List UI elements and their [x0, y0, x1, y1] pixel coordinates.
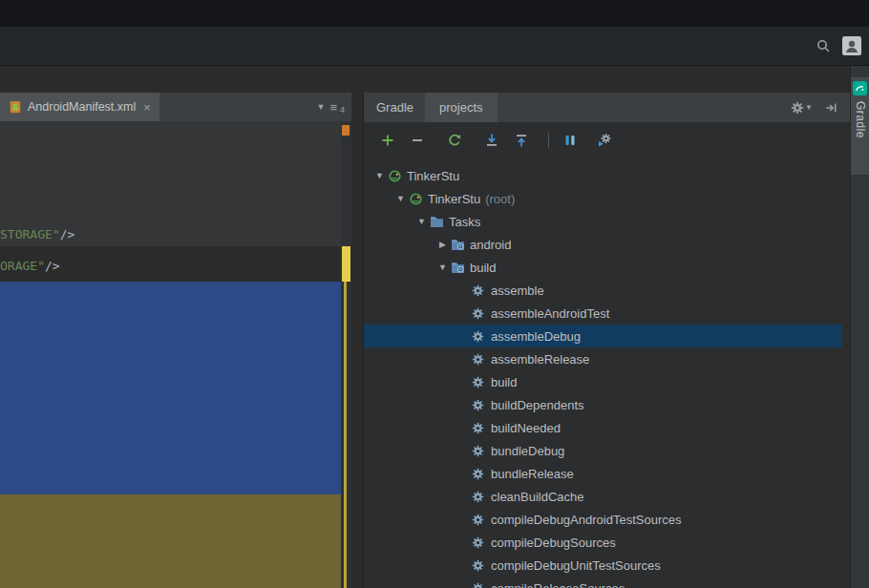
tree-row-bundleDebug[interactable]: bundleDebug	[364, 439, 842, 462]
tree-row-TinkerStu[interactable]: ▼TinkerStu	[364, 164, 842, 187]
expand-all-icon[interactable]	[483, 132, 500, 149]
node-label: bundleRelease	[491, 467, 574, 481]
tree-row-cleanBuildCache[interactable]: cleanBuildCache	[364, 485, 842, 508]
tab-androidmanifest[interactable]: AndroidManifest.xml ×	[0, 93, 159, 121]
expander-open-icon[interactable]: ▼	[413, 217, 430, 226]
node-label: assembleRelease	[491, 352, 589, 367]
hidden-tabs-count: 4	[340, 105, 345, 115]
gear-icon	[472, 399, 490, 411]
expander-closed-icon[interactable]: ▶	[434, 240, 451, 249]
node-label: build	[491, 375, 517, 389]
editor-panel-splitter[interactable]	[351, 93, 363, 588]
tree-row-Tasks[interactable]: ▼Tasks	[364, 210, 842, 233]
tree-row-assembleAndroidTest[interactable]: assembleAndroidTest	[364, 302, 842, 325]
main-toolbar	[0, 27, 869, 66]
editor-olive-block	[0, 494, 341, 588]
stripe-warning-mark[interactable]	[342, 125, 350, 136]
toggle-offline-mode-icon[interactable]	[562, 132, 579, 149]
tree-row-assembleDebug[interactable]: assembleDebug	[364, 325, 842, 347]
execute-gradle-task-icon[interactable]	[595, 132, 612, 149]
taskfolder-icon	[451, 239, 469, 251]
remove-icon[interactable]	[409, 132, 426, 149]
node-label: compileDebugUnitTestSources	[491, 558, 661, 573]
code-line: STORAGE"/>	[0, 227, 74, 242]
node-label: assemble	[491, 284, 544, 298]
window-titlebar	[0, 0, 869, 27]
gradle-stripe-label: Gradle	[854, 101, 867, 138]
node-label: assembleAndroidTest	[491, 306, 609, 321]
gradle-tool-window: Gradle projects ▼	[363, 93, 850, 588]
gear-icon	[472, 445, 490, 457]
gear-icon	[472, 559, 490, 572]
gradle-header: Gradle projects ▼	[364, 93, 850, 122]
tree-row-build[interactable]: build	[364, 370, 842, 393]
node-suffix: (root)	[485, 192, 515, 206]
gear-icon	[472, 307, 490, 320]
node-label: build	[470, 261, 496, 275]
tree-row-buildDependents[interactable]: buildDependents	[364, 393, 842, 416]
gradle-toolbar	[364, 122, 850, 158]
chevron-down-icon: ▼	[805, 103, 813, 112]
gradle-stripe-button[interactable]: Gradle	[851, 77, 869, 175]
gear-icon	[472, 491, 490, 503]
tree-row-compileReleaseSources[interactable]: compileReleaseSources	[364, 577, 842, 588]
tree-row-bundleRelease[interactable]: bundleRelease	[364, 462, 842, 485]
gear-icon	[472, 536, 490, 549]
tab-dropdown-icon[interactable]: ▼	[316, 102, 325, 112]
tree-row-android[interactable]: ▶android	[364, 233, 842, 256]
collapse-all-icon[interactable]	[513, 132, 530, 149]
gradle-icon	[409, 192, 427, 206]
gear-icon	[472, 422, 490, 434]
gear-icon	[472, 284, 490, 297]
node-label: android	[470, 238, 511, 252]
tree-row-build[interactable]: ▼build	[364, 256, 842, 279]
node-label: assembleDebug	[491, 329, 581, 344]
settings-gear-icon[interactable]: ▼	[791, 101, 813, 115]
expander-open-icon[interactable]: ▼	[371, 171, 388, 180]
node-label: buildDependents	[491, 398, 584, 412]
tree-row-buildNeeded[interactable]: buildNeeded	[364, 416, 842, 439]
expander-open-icon[interactable]: ▼	[392, 194, 409, 203]
gear-icon	[472, 376, 490, 388]
android-manifest-icon	[9, 100, 22, 114]
gear-icon	[472, 514, 490, 526]
editor-selection-block	[0, 282, 341, 494]
stripe-yellow-line	[344, 282, 347, 588]
tree-row-assembleRelease[interactable]: assembleRelease	[364, 347, 842, 370]
tab-list-icon[interactable]: ≡	[329, 100, 337, 115]
node-label: TinkerStu	[428, 192, 480, 206]
navigation-strip	[0, 66, 850, 93]
tree-row-compileDebugSources[interactable]: compileDebugSources	[364, 531, 842, 554]
gear-icon	[472, 468, 490, 480]
gear-icon	[472, 582, 490, 588]
add-icon[interactable]	[379, 132, 396, 149]
refresh-gradle-icon[interactable]	[446, 132, 463, 149]
editor-error-stripe[interactable]	[341, 121, 351, 588]
tab-projects[interactable]: projects	[425, 93, 498, 122]
hide-tool-window-icon[interactable]	[824, 101, 837, 115]
tree-row-compileDebugUnitTestSources[interactable]: compileDebugUnitTestSources	[364, 554, 842, 577]
gradle-icon	[388, 169, 406, 183]
tree-row-assemble[interactable]: assemble	[364, 279, 842, 302]
taskfolder-icon	[451, 262, 469, 274]
tree-row-TinkerStu[interactable]: ▼TinkerStu(root)	[364, 187, 842, 210]
tab-title: AndroidManifest.xml	[28, 100, 136, 114]
gradle-tool-window-icon	[853, 81, 867, 95]
close-icon[interactable]: ×	[143, 101, 151, 114]
ide-window: AndroidManifest.xml × ▼ ≡ 4 STORAGE"/> O…	[0, 0, 869, 588]
right-tool-stripe: Gradle	[850, 66, 869, 588]
node-label: buildNeeded	[491, 421, 561, 435]
node-label: compileDebugAndroidTestSources	[491, 513, 681, 527]
folder-icon	[430, 216, 448, 228]
tree-row-compileDebugAndroidTestSources[interactable]: compileDebugAndroidTestSources	[364, 508, 842, 531]
search-icon[interactable]	[816, 38, 831, 53]
node-label: cleanBuildCache	[491, 490, 584, 504]
node-label: compileReleaseSources	[491, 581, 625, 588]
node-label: compileDebugSources	[491, 536, 616, 550]
editor-pane[interactable]: STORAGE"/> ORAGE"/>	[0, 121, 341, 588]
expander-open-icon[interactable]: ▼	[434, 262, 451, 272]
gear-icon	[472, 330, 490, 343]
avatar[interactable]	[842, 36, 861, 55]
toolbar-separator	[548, 133, 549, 148]
stripe-yellow-mark[interactable]	[342, 246, 350, 282]
